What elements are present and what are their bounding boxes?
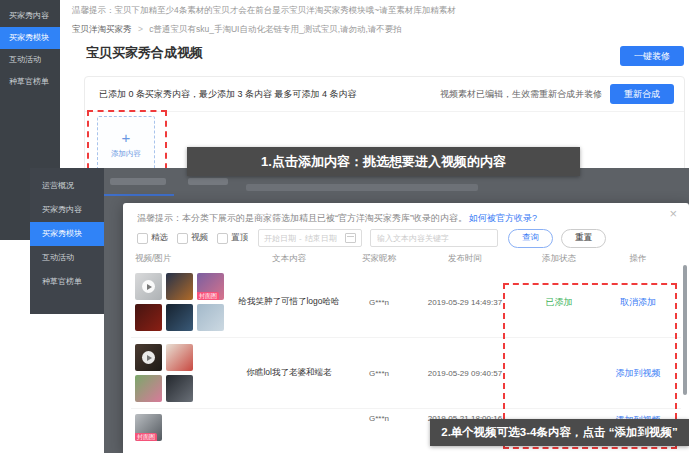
- breadcrumb: 宝贝洋淘买家秀 > c普通宝贝有sku_手淘UI自动化老链专用_测试宝贝,请勿动…: [72, 24, 402, 36]
- sidebar-item[interactable]: 种草官榜单: [30, 270, 104, 294]
- media-thumbnail[interactable]: [166, 273, 193, 300]
- media-thumbnail[interactable]: [135, 344, 162, 371]
- filter-checkbox-label: 置顶: [231, 232, 248, 244]
- play-icon: [142, 351, 155, 364]
- official-collect-link[interactable]: 如何被官方收录?: [469, 213, 537, 223]
- content-text-cell: 给我笑肿了可惜了logo哈哈: [235, 296, 343, 308]
- play-icon: [142, 280, 155, 293]
- filter-checkbox[interactable]: 置顶: [217, 232, 248, 244]
- sidebar-item[interactable]: 买家秀模块: [0, 27, 60, 49]
- media-thumbnail[interactable]: 封面图: [197, 273, 224, 300]
- sidebar-item[interactable]: 买家秀内容: [30, 198, 104, 222]
- thumb-grid: 封面图: [135, 273, 235, 331]
- sidebar-item[interactable]: 买家秀模块: [30, 222, 104, 246]
- media-thumbnail[interactable]: [135, 375, 162, 402]
- column-header: 文本内容: [235, 253, 343, 265]
- media-thumbnail[interactable]: [197, 304, 224, 331]
- checkbox-icon: [177, 233, 188, 244]
- table-header-row: 视频/图片文本内容买家昵称发布时间添加状态操作: [131, 251, 681, 267]
- column-header: 发布时间: [415, 253, 515, 265]
- modal-scrollbar[interactable]: [683, 265, 687, 395]
- thumb-grid: [135, 344, 235, 402]
- filter-checkbox[interactable]: 精选: [137, 232, 168, 244]
- checkbox-icon: [137, 233, 148, 244]
- filter-checkbox-group: 精选视频置顶: [137, 232, 248, 244]
- thumb-grid: 封面图: [135, 414, 235, 441]
- panel2-sidebar: 运营概况买家秀内容买家秀模块互动活动种草官榜单: [30, 168, 104, 314]
- plus-icon: +: [122, 130, 131, 145]
- filter-checkbox[interactable]: 视频: [177, 232, 208, 244]
- added-count-summary: 已添加 0 条买家秀内容，最少添加 3 条内容 最多可添加 4 条内容: [99, 88, 440, 101]
- checkbox-icon: [217, 233, 228, 244]
- step1-tooltip: 1.点击添加内容：挑选想要进入视频的内容: [187, 147, 580, 176]
- media-thumbnail[interactable]: [166, 304, 193, 331]
- breadcrumb-current: c普通宝贝有sku_手淘UI自动化老链专用_测试宝贝,请勿动,请不要拍: [149, 24, 402, 34]
- dimmed-notice-text: [246, 184, 478, 191]
- buyer-nick-cell: G***n: [343, 369, 415, 378]
- filter-row: 精选视频置顶 开始日期 - 结束日期 查询 重置: [137, 229, 606, 247]
- column-header: 操作: [603, 253, 673, 265]
- date-end-placeholder: 结束日期: [305, 233, 337, 244]
- buyer-nick-cell: G***n: [343, 298, 415, 307]
- sidebar-item[interactable]: 互动活动: [30, 246, 104, 270]
- resynthesize-button[interactable]: 重新合成: [610, 84, 674, 104]
- resynthesize-note: 视频素材已编辑，生效需重新合成并装修: [440, 88, 602, 101]
- media-thumbnail[interactable]: [166, 375, 193, 402]
- modal-notice-text: 温馨提示：本分类下展示的是商家筛选加精且已被“官方洋淘买家秀库”收录的内容。: [137, 213, 467, 223]
- media-thumbnail[interactable]: 封面图: [135, 414, 162, 441]
- dimmed-tab-text: [110, 178, 166, 185]
- panel1-notice: 温馨提示：宝贝下加精至少4条素材的宝贝才会在前台显示宝贝洋淘买家秀模块哦~请至素…: [72, 5, 456, 17]
- content-text-cell: 你瞧lol我了老婆和端老: [235, 367, 343, 379]
- thumbnail-cell: 封面图: [131, 273, 235, 331]
- publish-time-cell: 2019-05-29 09:40:57: [415, 369, 515, 378]
- column-header: 添加状态: [515, 253, 603, 265]
- date-separator: -: [299, 234, 302, 243]
- thumbnail-cell: 封面图: [131, 414, 235, 441]
- add-content-label: 添加内容: [111, 149, 141, 159]
- modal-notice: 温馨提示：本分类下展示的是商家筛选加精且已被“官方洋淘买家秀库”收录的内容。如何…: [137, 212, 537, 225]
- compose-box-header: 已添加 0 条买家秀内容，最少添加 3 条内容 最多可添加 4 条内容 视频素材…: [85, 77, 684, 112]
- media-thumbnail[interactable]: [135, 273, 162, 300]
- active-tab-underline: [104, 194, 174, 196]
- date-start-placeholder: 开始日期: [264, 233, 296, 244]
- sidebar-item[interactable]: 互动活动: [0, 49, 60, 71]
- media-thumbnail[interactable]: [135, 304, 162, 331]
- buyer-nick-cell: G***n: [343, 414, 415, 423]
- cover-badge: 封面图: [197, 292, 219, 300]
- dimmed-tab-text: [188, 178, 228, 185]
- add-content-tile[interactable]: + 添加内容: [97, 116, 155, 172]
- reset-button[interactable]: 重置: [561, 229, 606, 248]
- search-button[interactable]: 查询: [508, 229, 553, 248]
- cover-badge: 封面图: [135, 433, 157, 441]
- sidebar-item[interactable]: 运营概况: [30, 174, 104, 198]
- sidebar-item[interactable]: 买家秀内容: [0, 5, 60, 27]
- one-key-decorate-button[interactable]: 一键装修: [620, 46, 684, 66]
- breadcrumb-separator-icon: >: [138, 24, 143, 34]
- filter-checkbox-label: 视频: [191, 232, 208, 244]
- column-header: 视频/图片: [131, 253, 235, 265]
- step2-tooltip: 2.单个视频可选3-4条内容，点击 “添加到视频”: [430, 419, 689, 446]
- thumbnail-cell: [131, 344, 235, 402]
- filter-checkbox-label: 精选: [151, 232, 168, 244]
- page-title: 宝贝买家秀合成视频: [86, 44, 203, 62]
- column-header: 买家昵称: [343, 253, 415, 265]
- publish-time-cell: 2019-05-29 14:49:37: [415, 298, 515, 307]
- breadcrumb-root[interactable]: 宝贝洋淘买家秀: [72, 24, 132, 34]
- keyword-input[interactable]: [370, 229, 498, 247]
- tutorial-composite-canvas: 买家秀内容买家秀模块互动活动种草官榜单 温馨提示：宝贝下加精至少4条素材的宝贝才…: [0, 0, 689, 453]
- calendar-icon: [345, 233, 356, 243]
- close-icon[interactable]: ×: [669, 207, 677, 220]
- media-thumbnail[interactable]: [166, 344, 193, 371]
- date-range-input[interactable]: 开始日期 - 结束日期: [258, 229, 362, 247]
- sidebar-item[interactable]: 种草官榜单: [0, 71, 60, 93]
